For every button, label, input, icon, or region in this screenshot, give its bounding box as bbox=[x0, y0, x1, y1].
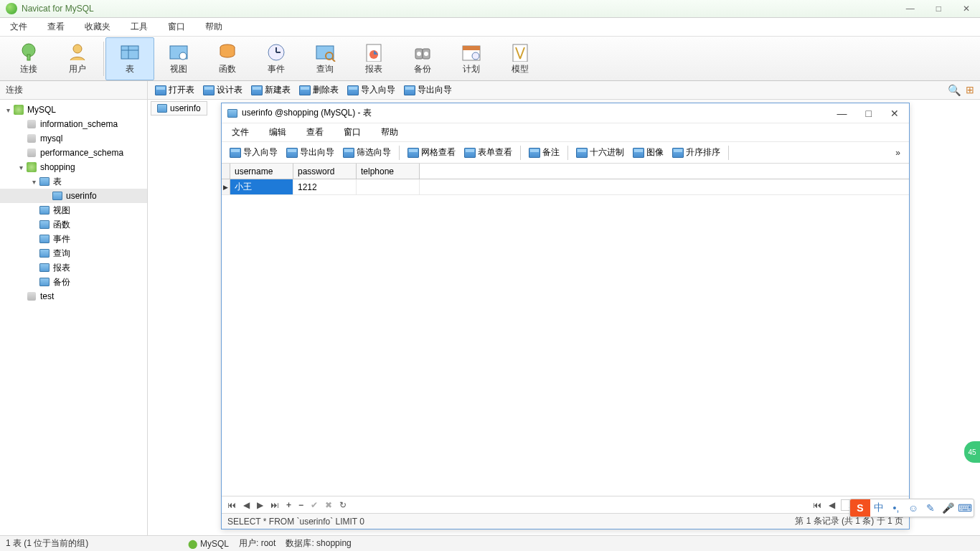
swmenu-编辑[interactable]: 编辑 bbox=[269, 126, 286, 138]
swmenu-查看[interactable]: 查看 bbox=[306, 126, 324, 138]
close-button[interactable]: ✕ bbox=[958, 2, 974, 15]
swtool-图像[interactable]: 图像 bbox=[629, 145, 667, 160]
twisty-icon[interactable]: ▾ bbox=[3, 106, 13, 114]
action-导入向导[interactable]: 导入向导 bbox=[344, 83, 398, 98]
tree-folder-表[interactable]: ▾表 bbox=[0, 174, 147, 189]
twisty-icon[interactable]: ▾ bbox=[16, 164, 26, 171]
tree-folder-函数[interactable]: 函数 bbox=[0, 217, 147, 232]
tree-db-information_schema[interactable]: information_schema bbox=[0, 117, 147, 131]
content-area: userinfo userinfo @shopping (MySQL) - 表 … bbox=[148, 100, 980, 535]
maximize-button[interactable]: □ bbox=[932, 2, 946, 15]
ime-skin[interactable]: ✎ bbox=[922, 502, 939, 514]
swtool-导入向导[interactable]: 导入向导 bbox=[226, 145, 281, 160]
search-icon[interactable]: 🔍 bbox=[948, 84, 961, 97]
swtool-筛选向导[interactable]: 筛选向导 bbox=[339, 145, 395, 160]
toolbtn-query[interactable]: 查询 bbox=[301, 37, 349, 80]
swtool-升序排序[interactable]: 升序排序 bbox=[669, 145, 724, 160]
toolbtn-event[interactable]: 事件 bbox=[252, 37, 301, 80]
swmenu-窗口[interactable]: 窗口 bbox=[344, 126, 361, 138]
menu-工具[interactable]: 工具 bbox=[131, 21, 148, 33]
tree-db-performance_schema[interactable]: performance_schema bbox=[0, 146, 147, 160]
notification-badge[interactable]: 45 bbox=[964, 441, 980, 463]
menu-文件[interactable]: 文件 bbox=[10, 21, 27, 33]
ime-keyboard[interactable]: ⌨ bbox=[956, 502, 974, 514]
toolbtn-func[interactable]: 函数 bbox=[203, 37, 252, 80]
tool-icon bbox=[576, 148, 588, 158]
tree-folder-视图[interactable]: 视图 bbox=[0, 203, 147, 217]
swmenu-文件[interactable]: 文件 bbox=[232, 126, 249, 138]
toolbtn-model[interactable]: 模型 bbox=[496, 37, 545, 80]
action-删除表[interactable]: 删除表 bbox=[296, 83, 341, 98]
app-logo-icon bbox=[6, 3, 17, 14]
list-view-icon[interactable]: ⊞ bbox=[966, 84, 974, 97]
status-left: 1 表 (1 位于当前的组) bbox=[6, 537, 178, 550]
menu-查看[interactable]: 查看 bbox=[47, 21, 65, 33]
page-prev[interactable]: ◀ bbox=[827, 500, 837, 510]
menu-收藏夹[interactable]: 收藏夹 bbox=[85, 21, 110, 33]
ime-punct[interactable]: •, bbox=[887, 502, 905, 514]
swmenu-帮助[interactable]: 帮助 bbox=[381, 126, 398, 138]
toolbtn-table[interactable]: 表 bbox=[105, 37, 154, 80]
twisty-icon[interactable]: ▾ bbox=[29, 178, 39, 186]
tree-server[interactable]: ▾MySQL bbox=[0, 103, 147, 117]
toolbtn-user[interactable]: 用户 bbox=[53, 37, 102, 80]
ime-toolbar[interactable]: S 中 •, ☺ ✎ 🎤 ⌨ bbox=[849, 499, 974, 517]
tools-overflow[interactable]: » bbox=[891, 148, 905, 158]
toolbtn-backup[interactable]: 备份 bbox=[398, 37, 447, 80]
tree-folder-报表[interactable]: 报表 bbox=[0, 260, 147, 275]
tree-db-mysql[interactable]: mysql bbox=[0, 131, 147, 146]
action-新建表[interactable]: 新建表 bbox=[248, 83, 293, 98]
ime-emoji[interactable]: ☺ bbox=[905, 502, 922, 514]
titlebar: Navicat for MySQL — □ ✕ bbox=[0, 0, 980, 18]
cell[interactable]: 1212 bbox=[293, 179, 357, 194]
table-row[interactable]: ▶小王1212 bbox=[222, 179, 909, 195]
table-action-icon bbox=[203, 85, 215, 95]
minimize-button[interactable]: — bbox=[902, 2, 919, 15]
database-icon bbox=[27, 162, 37, 172]
menu-窗口[interactable]: 窗口 bbox=[168, 21, 185, 33]
nav-apply[interactable]: ✔ bbox=[309, 500, 319, 510]
cell[interactable] bbox=[357, 179, 420, 194]
tree-folder-备份[interactable]: 备份 bbox=[0, 275, 147, 289]
swtool-备注[interactable]: 备注 bbox=[525, 145, 563, 160]
action-打开表[interactable]: 打开表 bbox=[152, 83, 197, 98]
subwin-minimize[interactable]: — bbox=[833, 106, 852, 121]
tree-table-userinfo[interactable]: userinfo bbox=[0, 189, 147, 203]
table-icon bbox=[118, 42, 141, 62]
menu-帮助[interactable]: 帮助 bbox=[205, 21, 222, 33]
subwin-close[interactable]: ✕ bbox=[886, 106, 903, 121]
nav-refresh[interactable]: ↻ bbox=[338, 500, 348, 510]
tab-userinfo[interactable]: userinfo bbox=[151, 101, 207, 116]
col-password[interactable]: password bbox=[293, 164, 357, 179]
nav-first[interactable]: ⏮ bbox=[226, 500, 237, 510]
nav-next[interactable]: ▶ bbox=[255, 500, 265, 510]
subwin-statusbar: SELECT * FROM `userinfo` LIMIT 0 第 1 条记录… bbox=[222, 513, 909, 529]
nav-delete[interactable]: − bbox=[297, 500, 305, 510]
tree-folder-事件[interactable]: 事件 bbox=[0, 232, 147, 246]
nav-last[interactable]: ⏭ bbox=[269, 500, 281, 510]
nav-prev[interactable]: ◀ bbox=[242, 500, 251, 510]
ime-lang[interactable]: 中 bbox=[870, 501, 887, 514]
swtool-网格查看[interactable]: 网格查看 bbox=[404, 145, 459, 160]
subwin-maximize[interactable]: □ bbox=[862, 106, 876, 121]
ime-voice[interactable]: 🎤 bbox=[939, 502, 956, 514]
cell[interactable]: 小王 bbox=[230, 179, 293, 194]
action-设计表[interactable]: 设计表 bbox=[200, 83, 245, 98]
toolbtn-report[interactable]: 报表 bbox=[349, 37, 398, 80]
tree-db-shopping[interactable]: ▾shopping bbox=[0, 160, 147, 174]
action-导出向导[interactable]: 导出向导 bbox=[401, 83, 455, 98]
toolbtn-view[interactable]: 视图 bbox=[154, 37, 203, 80]
toolbtn-schedule[interactable]: 计划 bbox=[447, 37, 496, 80]
swtool-表单查看[interactable]: 表单查看 bbox=[461, 145, 516, 160]
swtool-导出向导[interactable]: 导出向导 bbox=[283, 145, 338, 160]
tree-db-test[interactable]: test bbox=[0, 289, 147, 303]
tree-folder-查询[interactable]: 查询 bbox=[0, 246, 147, 260]
swtool-十六进制[interactable]: 十六进制 bbox=[573, 145, 628, 160]
nav-add[interactable]: + bbox=[285, 500, 293, 510]
page-first[interactable]: ⏮ bbox=[811, 500, 823, 510]
col-telphone[interactable]: telphone bbox=[357, 164, 420, 179]
nav-cancel[interactable]: ✖ bbox=[324, 500, 334, 510]
toolbtn-plug[interactable]: 连接 bbox=[4, 37, 53, 80]
col-username[interactable]: username bbox=[230, 164, 293, 179]
table-icon bbox=[157, 104, 167, 113]
